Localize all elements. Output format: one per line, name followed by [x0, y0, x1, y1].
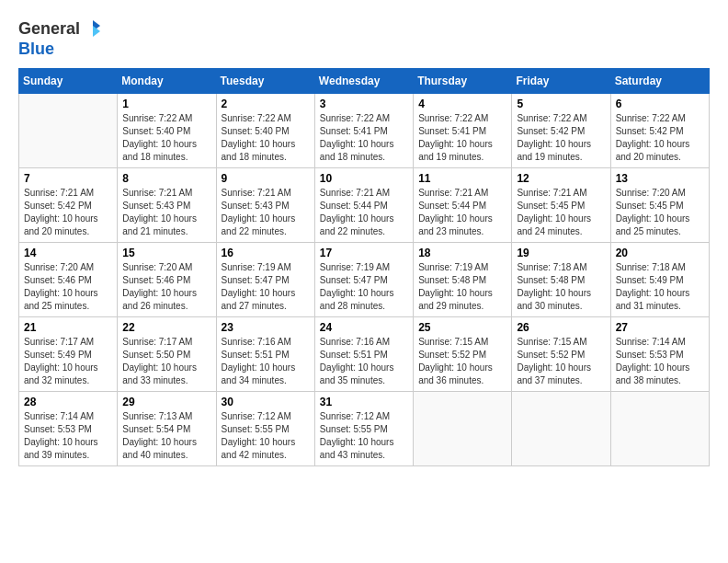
day-of-week-header: Sunday [19, 68, 118, 93]
calendar-week-row: 7Sunrise: 7:21 AMSunset: 5:42 PMDaylight… [19, 167, 710, 242]
calendar-day-cell: 7Sunrise: 7:21 AMSunset: 5:42 PMDaylight… [19, 167, 118, 242]
day-info: Sunrise: 7:21 AMSunset: 5:45 PMDaylight:… [517, 187, 605, 238]
calendar-day-cell: 6Sunrise: 7:22 AMSunset: 5:42 PMDaylight… [610, 93, 709, 167]
calendar-day-cell: 19Sunrise: 7:18 AMSunset: 5:48 PMDayligh… [512, 242, 610, 316]
calendar-day-cell [512, 391, 610, 465]
calendar-day-cell: 9Sunrise: 7:21 AMSunset: 5:43 PMDaylight… [216, 167, 314, 242]
logo-general: General [18, 20, 80, 39]
calendar-day-cell: 15Sunrise: 7:20 AMSunset: 5:46 PMDayligh… [118, 242, 216, 316]
day-number: 20 [616, 247, 704, 259]
day-info: Sunrise: 7:20 AMSunset: 5:46 PMDaylight:… [24, 261, 112, 313]
calendar-day-cell: 1Sunrise: 7:22 AMSunset: 5:40 PMDaylight… [118, 93, 216, 167]
calendar-day-cell: 26Sunrise: 7:15 AMSunset: 5:52 PMDayligh… [512, 316, 610, 391]
day-number: 5 [517, 98, 605, 110]
day-number: 30 [222, 396, 310, 408]
calendar-table: SundayMondayTuesdayWednesdayThursdayFrid… [18, 68, 710, 466]
day-number: 25 [418, 321, 506, 334]
calendar-day-cell: 28Sunrise: 7:14 AMSunset: 5:53 PMDayligh… [19, 391, 118, 465]
day-info: Sunrise: 7:21 AMSunset: 5:43 PMDaylight:… [122, 187, 210, 238]
logo-flag-icon [82, 18, 104, 40]
day-info: Sunrise: 7:14 AMSunset: 5:53 PMDaylight:… [616, 336, 704, 387]
logo-blue: Blue [18, 40, 104, 59]
calendar-week-row: 28Sunrise: 7:14 AMSunset: 5:53 PMDayligh… [19, 391, 710, 465]
calendar-day-cell: 22Sunrise: 7:17 AMSunset: 5:50 PMDayligh… [118, 316, 216, 391]
day-info: Sunrise: 7:14 AMSunset: 5:53 PMDaylight:… [24, 410, 112, 462]
calendar-week-row: 14Sunrise: 7:20 AMSunset: 5:46 PMDayligh… [19, 242, 710, 316]
day-number: 10 [320, 172, 408, 185]
day-info: Sunrise: 7:22 AMSunset: 5:41 PMDaylight:… [418, 112, 506, 164]
calendar-day-cell: 24Sunrise: 7:16 AMSunset: 5:51 PMDayligh… [314, 316, 413, 391]
day-number: 12 [517, 172, 605, 185]
calendar-day-cell: 5Sunrise: 7:22 AMSunset: 5:42 PMDaylight… [512, 93, 610, 167]
calendar-day-cell: 13Sunrise: 7:20 AMSunset: 5:45 PMDayligh… [610, 167, 709, 242]
calendar-day-cell: 8Sunrise: 7:21 AMSunset: 5:43 PMDaylight… [118, 167, 216, 242]
calendar-day-cell: 25Sunrise: 7:15 AMSunset: 5:52 PMDayligh… [414, 316, 512, 391]
day-info: Sunrise: 7:17 AMSunset: 5:49 PMDaylight:… [24, 336, 112, 387]
day-number: 6 [616, 98, 704, 110]
day-of-week-header: Friday [512, 68, 610, 93]
day-info: Sunrise: 7:21 AMSunset: 5:44 PMDaylight:… [418, 187, 506, 238]
calendar-day-cell: 12Sunrise: 7:21 AMSunset: 5:45 PMDayligh… [512, 167, 610, 242]
day-of-week-header: Thursday [414, 68, 512, 93]
day-number: 31 [320, 396, 408, 408]
day-number: 2 [222, 98, 310, 110]
day-info: Sunrise: 7:16 AMSunset: 5:51 PMDaylight:… [320, 336, 408, 387]
day-info: Sunrise: 7:18 AMSunset: 5:48 PMDaylight:… [517, 261, 605, 313]
day-number: 3 [320, 98, 408, 110]
day-number: 4 [418, 98, 506, 110]
logo: General Blue [18, 18, 104, 59]
day-info: Sunrise: 7:20 AMSunset: 5:46 PMDaylight:… [122, 261, 210, 313]
calendar-week-row: 1Sunrise: 7:22 AMSunset: 5:40 PMDaylight… [19, 93, 710, 167]
calendar-day-cell: 27Sunrise: 7:14 AMSunset: 5:53 PMDayligh… [610, 316, 709, 391]
calendar-day-cell [414, 391, 512, 465]
calendar-day-cell: 29Sunrise: 7:13 AMSunset: 5:54 PMDayligh… [118, 391, 216, 465]
calendar-week-row: 21Sunrise: 7:17 AMSunset: 5:49 PMDayligh… [19, 316, 710, 391]
day-info: Sunrise: 7:16 AMSunset: 5:51 PMDaylight:… [222, 336, 310, 387]
day-info: Sunrise: 7:17 AMSunset: 5:50 PMDaylight:… [122, 336, 210, 387]
day-info: Sunrise: 7:21 AMSunset: 5:43 PMDaylight:… [222, 187, 310, 238]
day-of-week-header: Saturday [610, 68, 709, 93]
day-number: 13 [616, 172, 704, 185]
calendar-day-cell [19, 93, 118, 167]
day-number: 23 [222, 321, 310, 334]
day-number: 16 [222, 247, 310, 259]
day-number: 24 [320, 321, 408, 334]
day-number: 22 [122, 321, 210, 334]
calendar-day-cell [610, 391, 709, 465]
day-of-week-header: Tuesday [216, 68, 314, 93]
day-of-week-header: Wednesday [314, 68, 413, 93]
day-info: Sunrise: 7:22 AMSunset: 5:42 PMDaylight:… [616, 112, 704, 164]
day-of-week-header: Monday [118, 68, 216, 93]
day-info: Sunrise: 7:13 AMSunset: 5:54 PMDaylight:… [122, 410, 210, 462]
day-number: 29 [122, 396, 210, 408]
day-number: 26 [517, 321, 605, 334]
day-info: Sunrise: 7:22 AMSunset: 5:40 PMDaylight:… [222, 112, 310, 164]
calendar-header-row: SundayMondayTuesdayWednesdayThursdayFrid… [19, 68, 710, 93]
day-info: Sunrise: 7:19 AMSunset: 5:48 PMDaylight:… [418, 261, 506, 313]
day-number: 11 [418, 172, 506, 185]
day-number: 21 [24, 321, 112, 334]
day-number: 7 [24, 172, 112, 185]
calendar-day-cell: 23Sunrise: 7:16 AMSunset: 5:51 PMDayligh… [216, 316, 314, 391]
calendar-day-cell: 14Sunrise: 7:20 AMSunset: 5:46 PMDayligh… [19, 242, 118, 316]
calendar-day-cell: 16Sunrise: 7:19 AMSunset: 5:47 PMDayligh… [216, 242, 314, 316]
day-info: Sunrise: 7:18 AMSunset: 5:49 PMDaylight:… [616, 261, 704, 313]
day-info: Sunrise: 7:15 AMSunset: 5:52 PMDaylight:… [517, 336, 605, 387]
calendar-day-cell: 17Sunrise: 7:19 AMSunset: 5:47 PMDayligh… [314, 242, 413, 316]
day-info: Sunrise: 7:12 AMSunset: 5:55 PMDaylight:… [320, 410, 408, 462]
calendar-day-cell: 11Sunrise: 7:21 AMSunset: 5:44 PMDayligh… [414, 167, 512, 242]
day-info: Sunrise: 7:20 AMSunset: 5:45 PMDaylight:… [616, 187, 704, 238]
calendar-day-cell: 4Sunrise: 7:22 AMSunset: 5:41 PMDaylight… [414, 93, 512, 167]
day-number: 28 [24, 396, 112, 408]
day-info: Sunrise: 7:12 AMSunset: 5:55 PMDaylight:… [222, 410, 310, 462]
day-number: 19 [517, 247, 605, 259]
day-info: Sunrise: 7:15 AMSunset: 5:52 PMDaylight:… [418, 336, 506, 387]
calendar-day-cell: 21Sunrise: 7:17 AMSunset: 5:49 PMDayligh… [19, 316, 118, 391]
day-number: 8 [122, 172, 210, 185]
calendar-day-cell: 30Sunrise: 7:12 AMSunset: 5:55 PMDayligh… [216, 391, 314, 465]
day-info: Sunrise: 7:21 AMSunset: 5:44 PMDaylight:… [320, 187, 408, 238]
calendar-day-cell: 3Sunrise: 7:22 AMSunset: 5:41 PMDaylight… [314, 93, 413, 167]
calendar-day-cell: 20Sunrise: 7:18 AMSunset: 5:49 PMDayligh… [610, 242, 709, 316]
day-number: 18 [418, 247, 506, 259]
day-number: 17 [320, 247, 408, 259]
